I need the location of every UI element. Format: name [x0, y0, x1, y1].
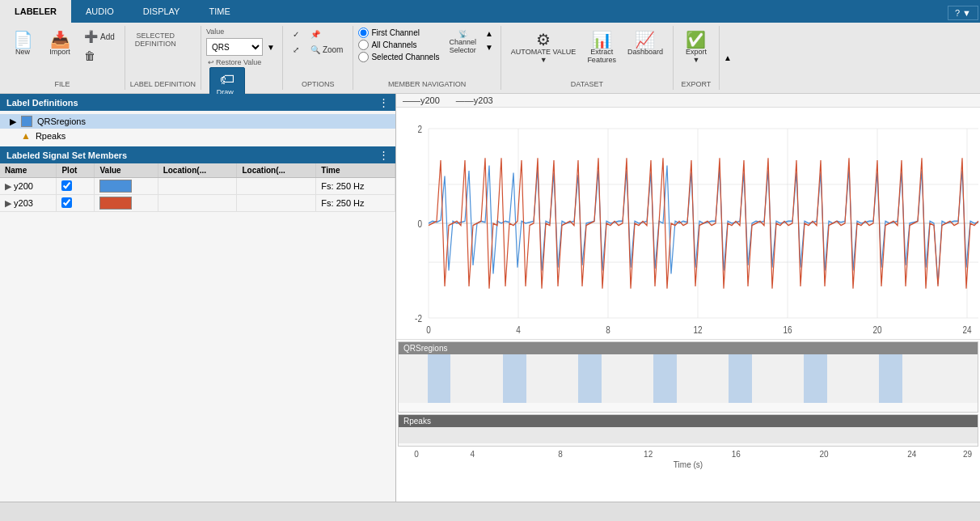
row-y203-loc2 — [237, 195, 316, 212]
label-def-list: ▶ QRSregions ▶ ▲ Rpeaks — [0, 111, 395, 146]
resize-icon: ⤢ — [293, 45, 299, 54]
svg-text:20: 20 — [872, 324, 881, 335]
bottom-x-axis: 0 4 8 12 16 20 24 29 — [396, 448, 980, 460]
selected-channels-radio[interactable]: Selected Channels — [358, 52, 439, 62]
left-panel: Label Definitions ⋮ ▶ QRSregions ▶ ▲ Rpe… — [0, 94, 396, 502]
row-y203-expand[interactable]: ▶ y203 — [0, 195, 57, 212]
dataset-group: ⚙ AUTOMATE VALUE ▼ 📊 ExtractFeatures 📈 D… — [501, 26, 674, 90]
dropdown-arrow[interactable]: ▼ — [264, 41, 277, 53]
export-btn[interactable]: ✅ Export ▼ — [678, 28, 714, 68]
expand-arrow-qrs[interactable]: ▶ — [10, 116, 16, 127]
tab-display[interactable]: DISPLAY — [129, 0, 195, 23]
label-def-btn[interactable]: SELECTEDDEFINITION — [130, 28, 181, 52]
ribbon: 📄 New 📥 Import ➕ Add 🗑 FILE SELEC — [0, 23, 980, 94]
members-table: Name Plot Value Location(... Location(..… — [0, 163, 395, 502]
tab-time[interactable]: TIME — [194, 0, 244, 23]
first-channel-input[interactable] — [358, 28, 369, 38]
member-nav-row: First Channel All Channels Selected Chan… — [358, 28, 495, 78]
tab-bar: LABELER AUDIO DISPLAY TIME ? ▼ — [0, 0, 980, 23]
row-y203-plot[interactable] — [57, 195, 95, 212]
help-button[interactable]: ? ▼ — [948, 6, 978, 20]
file-group-label: FILE — [5, 78, 120, 88]
label-def-group-label: LABEL DEFINITION — [130, 78, 196, 88]
y200-plot-checkbox[interactable] — [61, 180, 72, 191]
svg-text:0: 0 — [417, 218, 422, 229]
qrs-region-6 — [804, 354, 827, 403]
table-row: ▶ y203 Fs: 250 Hz — [0, 195, 395, 212]
main-chart-container: 2 0 -2 0 4 8 12 16 20 24 Time (s) — [396, 108, 980, 340]
members-section-header[interactable]: Labeled Signal Set Members ⋮ — [0, 146, 395, 163]
all-channels-radio[interactable]: All Channels — [358, 40, 439, 50]
channel-selector-btn[interactable]: 📡 ChannelSelector — [444, 28, 481, 57]
nav-up-btn[interactable]: ▲ — [483, 28, 496, 40]
label-def-rpeaks[interactable]: ▶ ▲ Rpeaks — [0, 129, 395, 143]
channel-radio-group: First Channel All Channels Selected Chan… — [358, 28, 439, 62]
value-dropdown[interactable]: QRS — [206, 38, 263, 56]
resize-btn[interactable]: ⤢ — [288, 43, 304, 57]
file-group: 📄 New 📥 Import ➕ Add 🗑 FILE — [0, 26, 125, 90]
dashboard-label: Dashboard — [627, 48, 663, 56]
channel-selector-icon: 📡 — [458, 30, 467, 38]
check-btn[interactable]: ✓ — [288, 28, 304, 41]
extract-features-btn[interactable]: 📊 ExtractFeatures — [582, 28, 621, 68]
ribbon-collapse[interactable]: ▲ — [720, 26, 736, 90]
signal-label-y200: ——y200 — [403, 95, 440, 105]
row-y200-expand[interactable]: ▶ y200 — [0, 178, 57, 195]
pin-icon: 📌 — [310, 30, 320, 39]
x-tick-4: 4 — [429, 450, 517, 459]
delete-button[interactable]: 🗑 — [79, 47, 120, 65]
row-y200-plot[interactable] — [57, 178, 95, 195]
dashboard-icon: 📈 — [635, 32, 655, 48]
members-section-title: Labeled Signal Set Members — [6, 150, 127, 160]
qrs-region-3 — [578, 354, 602, 403]
ribbon-collapse-btn[interactable]: ▲ — [721, 52, 734, 64]
automate-value-btn[interactable]: ⚙ AUTOMATE VALUE ▼ — [506, 28, 581, 68]
table-row: ▶ y200 Fs: 250 Hz — [0, 178, 395, 195]
selected-channels-input[interactable] — [358, 52, 369, 62]
label-def-row: SELECTEDDEFINITION — [130, 28, 181, 78]
dataset-row: ⚙ AUTOMATE VALUE ▼ 📊 ExtractFeatures 📈 D… — [506, 28, 668, 78]
label-def-qrsregions[interactable]: ▶ QRSregions — [0, 114, 395, 129]
y203-plot-checkbox[interactable] — [61, 197, 72, 208]
all-channels-input[interactable] — [358, 40, 369, 50]
add-label: Add — [100, 32, 115, 41]
signal-labels-row: ——y200 ——y203 — [396, 94, 980, 108]
automate-arrow: ▼ — [540, 56, 547, 64]
tab-audio[interactable]: AUDIO — [71, 0, 129, 23]
export-row: ✅ Export ▼ — [678, 28, 714, 78]
x-tick-29: 29 — [956, 450, 972, 459]
channel-selector-label: ChannelSelector — [449, 38, 476, 54]
x-tick-12: 12 — [604, 450, 692, 459]
col-value: Value — [95, 163, 158, 178]
x-tick-0: 0 — [404, 450, 429, 459]
draw-labels-icon: 🏷 — [220, 71, 234, 88]
col-time: Time — [316, 163, 395, 178]
right-panel: ——y200 ——y203 — [396, 94, 980, 502]
restore-value-btn[interactable]: ↩ Restore Value — [206, 57, 277, 67]
rpeaks-panel-header: Rpeaks — [399, 415, 978, 427]
row-y200-value — [95, 178, 158, 195]
restore-label: Restore Value — [216, 58, 261, 66]
x-tick-16: 16 — [692, 450, 780, 459]
label-definitions-header[interactable]: Label Definitions ⋮ — [0, 94, 395, 111]
first-channel-radio[interactable]: First Channel — [358, 28, 439, 38]
delete-icon: 🗑 — [84, 49, 95, 62]
new-button[interactable]: 📄 New — [5, 28, 40, 60]
import-button[interactable]: 📥 Import — [42, 28, 78, 60]
tab-labeler[interactable]: LABELER — [0, 0, 71, 23]
first-channel-label: First Channel — [371, 28, 419, 37]
pin-btn[interactable]: 📌 — [306, 28, 348, 41]
zoom-btn[interactable]: 🔍 Zoom — [306, 43, 348, 57]
import-label: Import — [49, 48, 70, 56]
x-tick-20: 20 — [780, 450, 868, 459]
export-label: Export — [686, 48, 707, 56]
svg-text:0: 0 — [426, 324, 431, 335]
dashboard-btn[interactable]: 📈 Dashboard — [623, 28, 668, 60]
svg-text:12: 12 — [693, 324, 702, 335]
nav-down-btn[interactable]: ▼ — [483, 41, 496, 53]
add-button[interactable]: ➕ Add — [79, 28, 120, 45]
members-section-options[interactable]: ⋮ — [378, 149, 389, 161]
row-y200-loc1 — [158, 178, 237, 195]
options-group-label: OPTIONS — [288, 78, 348, 88]
label-definitions-options[interactable]: ⋮ — [378, 96, 389, 108]
